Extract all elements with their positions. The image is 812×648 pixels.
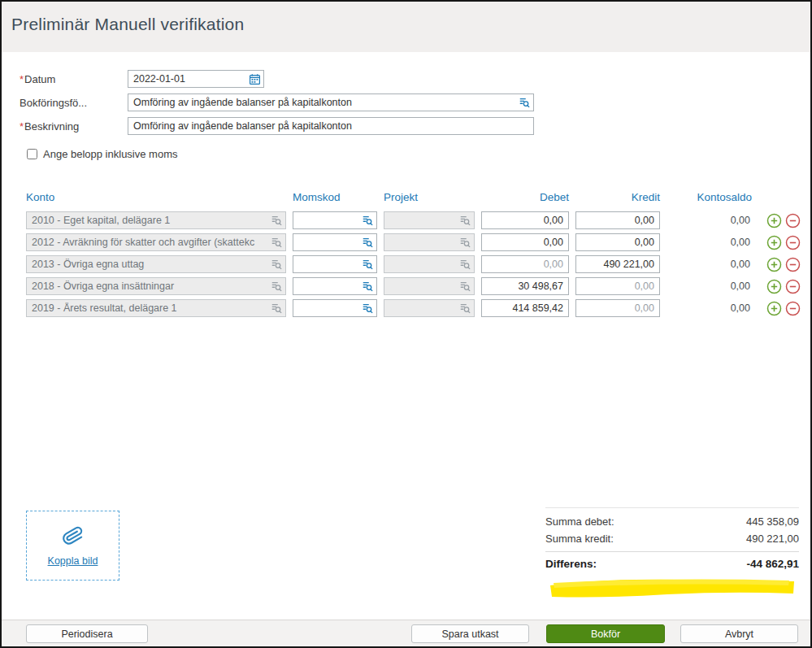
moms-checkbox-row: Ange belopp inklusive moms: [27, 148, 810, 160]
table-row: 0,00: [26, 299, 801, 317]
kontosaldo-value: 0,00: [667, 215, 752, 226]
lookup-icon: [267, 278, 285, 294]
differens-value: -44 862,91: [746, 558, 799, 570]
lookup-icon: [267, 212, 285, 228]
lookup-icon: [456, 300, 474, 316]
remove-row-button[interactable]: [785, 257, 801, 272]
debet-input[interactable]: [481, 299, 569, 317]
bokforingsforslag-input[interactable]: [128, 94, 515, 111]
projekt-input: [384, 256, 456, 272]
add-row-button[interactable]: [766, 257, 782, 272]
konto-input: [27, 256, 267, 272]
momskod-field: [293, 299, 377, 317]
beskrivning-label: *Beskrivning: [20, 120, 128, 133]
page-title: Preliminär Manuell verifikation: [11, 15, 810, 34]
remove-row-button[interactable]: [785, 301, 801, 316]
bokforingsforslag-label: Bokföringsfö...: [20, 97, 128, 109]
kredit-input[interactable]: [575, 233, 660, 251]
required-mark: *: [20, 120, 24, 133]
calendar-icon[interactable]: [245, 71, 263, 87]
table-row: 0,00: [26, 255, 801, 273]
momskod-input[interactable]: [293, 300, 358, 316]
konto-input: [27, 234, 267, 250]
bokforingsforslag-field: [128, 94, 534, 111]
lookup-icon: [456, 234, 474, 250]
bokfor-button[interactable]: Bokför: [546, 624, 665, 643]
add-row-button[interactable]: [766, 235, 782, 250]
momskod-input[interactable]: [293, 212, 358, 228]
lookup-icon[interactable]: [515, 94, 533, 111]
beskrivning-row: *Beskrivning: [20, 117, 810, 135]
paperclip-icon: [63, 525, 84, 550]
summa-kredit-label: Summa kredit:: [545, 533, 614, 545]
table-row: 0,00: [26, 233, 801, 251]
remove-row-button[interactable]: [785, 235, 801, 250]
beskrivning-field: [128, 117, 534, 135]
lookup-icon[interactable]: [358, 278, 376, 294]
projekt-field: [384, 211, 475, 229]
add-row-button[interactable]: [766, 279, 782, 294]
konto-input: [27, 278, 267, 294]
lookup-icon: [267, 300, 285, 316]
summa-debet-row: Summa debet: 445 358,09: [545, 513, 799, 530]
debet-input[interactable]: [481, 233, 569, 251]
add-row-button[interactable]: [766, 213, 782, 228]
kredit-input[interactable]: [575, 255, 660, 273]
momskod-field: [293, 255, 377, 273]
kredit-input[interactable]: [575, 299, 660, 317]
projekt-input: [384, 278, 456, 294]
periodisera-button[interactable]: Periodisera: [26, 624, 148, 643]
konto-field: [26, 211, 286, 229]
required-mark: *: [20, 73, 24, 85]
lookup-icon: [267, 234, 285, 250]
moms-checkbox[interactable]: [27, 149, 37, 159]
totals-summary: Summa debet: 445 358,09 Summa kredit: 49…: [545, 507, 799, 602]
col-header-konto: Konto: [26, 191, 286, 203]
datum-input[interactable]: [128, 71, 245, 87]
konto-input: [27, 300, 267, 316]
konto-input: [27, 212, 267, 228]
datum-row: *Datum: [20, 70, 810, 88]
remove-row-button[interactable]: [785, 213, 801, 228]
lookup-icon: [456, 256, 474, 272]
remove-row-button[interactable]: [785, 279, 801, 294]
page-header: Preliminär Manuell verifikation: [2, 2, 810, 52]
add-row-button[interactable]: [766, 301, 782, 316]
table-row: 0,00: [26, 211, 801, 229]
yellow-marker-highlight: [545, 574, 799, 602]
spara-utkast-button[interactable]: Spara utkast: [411, 624, 529, 643]
kredit-input[interactable]: [575, 211, 660, 229]
manual-verification-window: Preliminär Manuell verifikation *Datum B…: [0, 0, 812, 648]
lookup-icon[interactable]: [358, 234, 376, 250]
momskod-input[interactable]: [293, 278, 358, 294]
kontosaldo-value: 0,00: [667, 281, 752, 292]
col-header-debet: Debet: [481, 191, 569, 203]
kontosaldo-value: 0,00: [667, 237, 752, 248]
lookup-icon: [456, 278, 474, 294]
avbryt-button[interactable]: Avbryt: [680, 624, 798, 643]
debet-input[interactable]: [481, 211, 569, 229]
datum-field: [128, 70, 264, 88]
koppla-bild-link[interactable]: Koppla bild: [48, 555, 98, 567]
kontosaldo-value: 0,00: [667, 302, 752, 314]
beskrivning-input[interactable]: [128, 118, 533, 134]
lookup-icon[interactable]: [358, 212, 376, 228]
debet-input[interactable]: [481, 255, 569, 273]
projekt-input: [384, 300, 456, 316]
projekt-field: [384, 255, 475, 273]
kredit-input[interactable]: [575, 277, 660, 295]
kontosaldo-value: 0,00: [667, 259, 752, 270]
momskod-input[interactable]: [293, 256, 358, 272]
lookup-icon[interactable]: [358, 256, 376, 272]
summa-debet-value: 445 358,09: [746, 515, 799, 528]
lookup-icon[interactable]: [358, 300, 376, 316]
momskod-field: [293, 211, 377, 229]
projekt-input: [384, 212, 456, 228]
col-header-projekt: Projekt: [384, 191, 475, 203]
moms-checkbox-label[interactable]: Ange belopp inklusive moms: [43, 148, 177, 160]
momskod-input[interactable]: [293, 234, 358, 250]
debet-input[interactable]: [481, 277, 569, 295]
attach-image-dropzone[interactable]: Koppla bild: [26, 511, 119, 581]
table-row: 0,00: [26, 277, 801, 295]
summa-kredit-row: Summa kredit: 490 221,00: [545, 530, 799, 547]
